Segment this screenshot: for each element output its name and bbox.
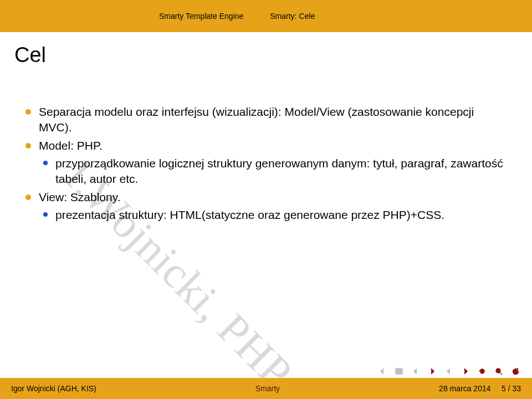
bullet-text: View: Szablony. bbox=[39, 191, 120, 203]
footer-author: Igor Wojnicki (AGH, KIS) bbox=[11, 384, 96, 393]
nav-prev-slide-icon[interactable] bbox=[378, 367, 387, 376]
bullet-list: Separacja modelu oraz interfejsu (wizual… bbox=[22, 104, 510, 223]
nav-undo-icon[interactable] bbox=[478, 367, 487, 376]
footer: Igor Wojnicki (AGH, KIS) Smarty 28 marca… bbox=[0, 378, 532, 399]
header: Smarty Template Engine Smarty: Cele bbox=[0, 0, 532, 32]
list-item: prezentacja struktury: HTML(statyczne or… bbox=[39, 207, 510, 223]
sub-bullet-list: prezentacja struktury: HTML(statyczne or… bbox=[39, 207, 510, 223]
nav-frame-icon[interactable] bbox=[395, 367, 403, 376]
nav-controls bbox=[378, 367, 520, 376]
footer-right: 28 marca 2014 5 / 33 bbox=[439, 384, 521, 393]
footer-date: 28 marca 2014 bbox=[439, 384, 490, 393]
list-item: przyporządkowanie logicznej struktury ge… bbox=[39, 156, 510, 187]
nav-next-section-icon[interactable] bbox=[428, 367, 437, 376]
breadcrumb-subsection: Smarty: Cele bbox=[270, 12, 315, 21]
nav-refresh-icon[interactable] bbox=[511, 367, 520, 376]
svg-line-2 bbox=[500, 372, 502, 375]
svg-point-1 bbox=[496, 369, 500, 373]
nav-next-sub-icon[interactable] bbox=[461, 367, 470, 376]
content: I.Wojnicki, PHP Separacja modelu oraz in… bbox=[22, 104, 510, 225]
nav-search-icon[interactable] bbox=[494, 367, 503, 376]
content-wrap: Separacja modelu oraz interfejsu (wizual… bbox=[22, 104, 510, 223]
list-item: View: Szablony. prezentacja struktury: H… bbox=[22, 190, 510, 223]
footer-page: 5 / 33 bbox=[502, 384, 521, 393]
bullet-text: Separacja modelu oraz interfejsu (wizual… bbox=[39, 105, 474, 134]
slide: Smarty Template Engine Smarty: Cele Cel … bbox=[0, 0, 532, 399]
footer-title: Smarty bbox=[96, 384, 439, 393]
bullet-text: Model: PHP. bbox=[39, 139, 103, 152]
title-block: Cel bbox=[0, 32, 532, 67]
list-item: Model: PHP. przyporządkowanie logicznej … bbox=[22, 138, 510, 187]
list-item: Separacja modelu oraz interfejsu (wizual… bbox=[22, 104, 510, 136]
breadcrumb-section: Smarty Template Engine bbox=[159, 12, 243, 21]
nav-prev-section-icon[interactable] bbox=[411, 367, 420, 376]
sub-bullet-list: przyporządkowanie logicznej struktury ge… bbox=[39, 156, 510, 187]
nav-prev-sub-icon[interactable] bbox=[444, 367, 453, 376]
page-title: Cel bbox=[14, 43, 518, 67]
bullet-text: przyporządkowanie logicznej struktury ge… bbox=[55, 157, 503, 185]
svg-rect-0 bbox=[396, 369, 402, 374]
bullet-text: prezentacja struktury: HTML(statyczne or… bbox=[55, 208, 444, 221]
